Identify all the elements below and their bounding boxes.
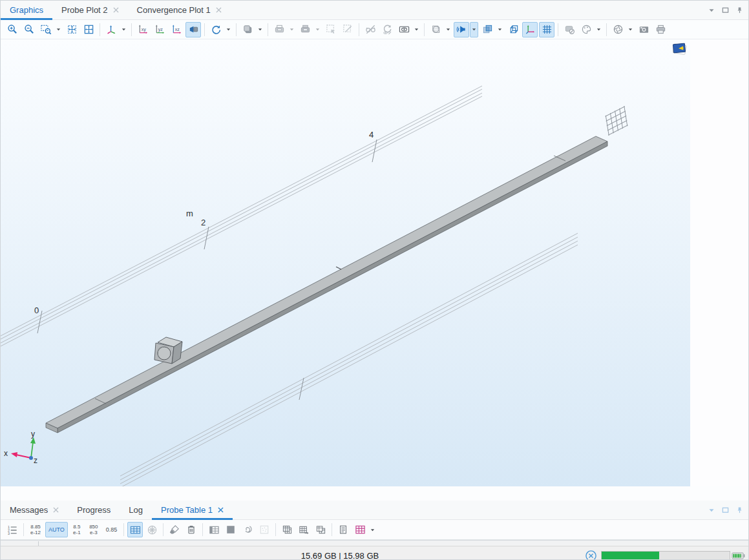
tab-messages[interactable]: Messages	[1, 501, 68, 519]
toolbar-separator	[606, 23, 607, 36]
default-3d-view-button[interactable]	[185, 22, 201, 37]
preview-plot-button[interactable]	[240, 522, 255, 537]
hide-selected-button	[363, 22, 378, 37]
float-panel-icon[interactable]	[708, 507, 715, 513]
table-blue-icon	[130, 524, 141, 535]
printer-icon	[655, 24, 666, 35]
select-box-icon	[326, 24, 337, 35]
printer-3d-icon	[274, 24, 285, 35]
cancel-button[interactable]	[584, 549, 597, 560]
memory-usage: 15.69 GB | 15.98 GB	[46, 546, 634, 560]
view-orientation-dropdown[interactable]	[120, 22, 128, 37]
scene-light-off-button[interactable]	[562, 22, 577, 37]
maximize-panel-icon[interactable]	[722, 6, 729, 14]
float-panel-icon[interactable]	[708, 7, 715, 14]
close-icon[interactable]	[218, 507, 224, 513]
reset-eye-icon	[382, 24, 393, 35]
zoom-box-dropdown[interactable]	[54, 22, 63, 37]
grid-magenta-icon	[355, 524, 366, 535]
precision-engineering-button[interactable]: 850e-3	[86, 522, 101, 537]
toolbar-separator	[131, 23, 132, 36]
maximize-panel-icon[interactable]	[722, 506, 729, 513]
view-xz-button[interactable]: xz	[169, 22, 184, 37]
toolbar-separator	[424, 23, 425, 36]
color-theme-button[interactable]	[578, 22, 594, 37]
sound-button[interactable]	[454, 22, 469, 37]
cell-shading-button[interactable]	[223, 522, 238, 537]
toolbar-separator	[123, 523, 124, 536]
clear-table-button[interactable]	[167, 522, 182, 537]
close-icon[interactable]	[113, 7, 119, 13]
image-snapshot-button[interactable]	[636, 22, 651, 37]
tab-progress[interactable]: Progress	[68, 501, 120, 519]
row-numbers-button[interactable]: 123	[5, 522, 20, 537]
zoom-out-button[interactable]	[21, 22, 37, 37]
zoom-to-selection-button[interactable]	[81, 22, 96, 37]
pin-panel-icon[interactable]	[736, 506, 743, 513]
axis-y-label: y	[31, 430, 35, 439]
toolbar-separator	[558, 23, 558, 36]
zoom-extents-button[interactable]	[64, 22, 79, 37]
precision-sci-short-button[interactable]: 8.5e-1	[69, 522, 85, 537]
open-table-dropdown[interactable]	[368, 522, 377, 537]
table-properties-button[interactable]	[206, 522, 222, 537]
table-view-button[interactable]	[127, 522, 143, 537]
reset-hiding-button	[379, 22, 395, 37]
axis-unit-label: m	[186, 209, 193, 218]
toolbar-separator	[332, 523, 332, 536]
sound-dropdown[interactable]	[470, 22, 478, 37]
view-xy-icon: xy	[138, 24, 149, 35]
precision-auto-button[interactable]: AUTO	[45, 522, 68, 537]
environment-reflections-button[interactable]	[428, 22, 443, 37]
tab-graphics[interactable]: Graphics	[1, 1, 52, 19]
precision-scientific-button[interactable]: 8.85e-12	[27, 522, 44, 537]
copy-table-and-headers-button[interactable]	[313, 522, 328, 537]
copy-graphics-dropdown[interactable]	[256, 22, 264, 37]
svg-text:yz: yz	[158, 27, 163, 32]
view-yz-button[interactable]: yz	[152, 22, 167, 37]
export-table-button[interactable]	[296, 522, 311, 537]
eye-box-icon	[399, 24, 410, 35]
view-xy-button[interactable]: xy	[135, 22, 151, 37]
zoom-in-button[interactable]	[5, 22, 20, 37]
view-unhidden-dropdown[interactable]	[412, 22, 421, 37]
view-unhidden-button[interactable]	[396, 22, 412, 37]
tab-log[interactable]: Log	[120, 501, 152, 519]
graphics-canvas[interactable]: 0 2 m 4	[1, 39, 690, 486]
zoom-box-button[interactable]	[38, 22, 54, 37]
snapshot-button[interactable]	[610, 22, 626, 37]
color-theme-dropdown[interactable]	[595, 22, 603, 37]
transparency-button[interactable]	[480, 22, 495, 37]
transparency-dropdown[interactable]	[496, 22, 504, 37]
plot-update-dropdown[interactable]	[224, 22, 233, 37]
close-icon[interactable]	[216, 7, 222, 13]
open-table-button[interactable]	[352, 522, 368, 537]
show-grid-button[interactable]	[539, 22, 554, 37]
axis-x-label: x	[4, 449, 8, 458]
plot-update-button[interactable]	[208, 22, 224, 37]
add-to-report-button[interactable]	[335, 522, 351, 537]
orthographic-projection-button[interactable]	[505, 22, 521, 37]
copy-table-button[interactable]	[279, 522, 295, 537]
tab-probe-plot-2[interactable]: Probe Plot 2	[52, 1, 128, 19]
snapshot-dropdown[interactable]	[626, 22, 635, 37]
environment-reflections-dropdown[interactable]	[444, 22, 452, 37]
zoom-extents-icon	[67, 24, 78, 35]
tab-probe-table-1[interactable]: Probe Table 1	[152, 501, 233, 519]
pin-panel-icon[interactable]	[736, 6, 743, 14]
precision-decimal-button[interactable]: 0.85	[103, 522, 121, 537]
view-orientation-button[interactable]	[103, 22, 119, 37]
slash-box-icon	[564, 24, 575, 35]
print-button[interactable]	[653, 22, 668, 37]
copy-table2-icon	[315, 524, 326, 535]
trash-icon	[186, 524, 196, 535]
tab-convergence-plot-1[interactable]: Convergence Plot 1	[128, 1, 231, 19]
select-region-button	[257, 522, 272, 537]
comsol-plot-icon[interactable]	[673, 43, 686, 54]
show-axis-orientation-button[interactable]	[522, 22, 538, 37]
zoom-box-icon	[41, 24, 52, 35]
close-icon[interactable]	[53, 507, 59, 513]
tab-label: Progress	[77, 505, 111, 515]
delete-table-button[interactable]	[184, 522, 199, 537]
copy-graphics-button[interactable]	[240, 22, 255, 37]
